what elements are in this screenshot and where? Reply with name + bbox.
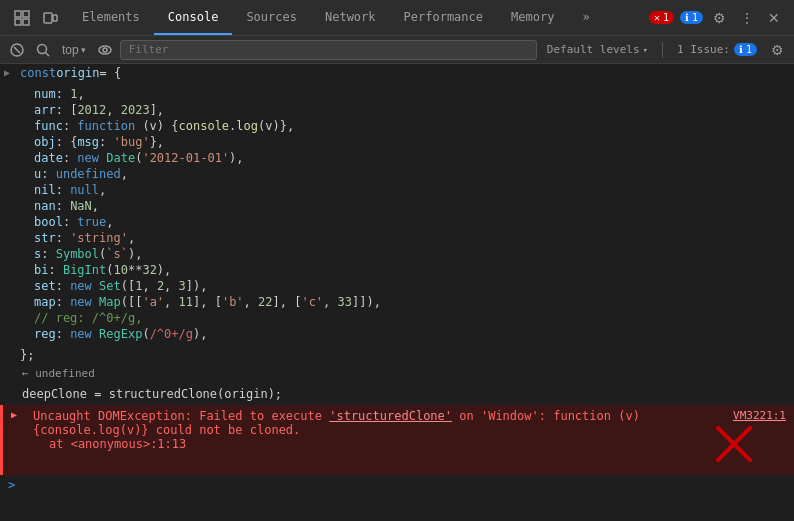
code-line-nan: nan: NaN, [20,198,794,214]
console-toolbar: top ▾ Default levels ▾ 1 Issue: ℹ 1 ⚙ [0,36,794,64]
error-at-line: at <anonymous>:1:13 [33,437,706,451]
tab-console[interactable]: Console [154,0,233,35]
devtools-window: Elements Console Sources Network Perform… [0,0,794,521]
tab-bar-right: ✕ 1 ℹ 1 ⚙ ⋮ ✕ [643,6,790,30]
issues-badge[interactable]: 1 Issue: ℹ 1 [671,41,763,58]
code-line-bi: bi: BigInt(10**32), [20,262,794,278]
more-icon[interactable]: ⋮ [736,6,758,30]
error-source-link[interactable]: VM3221:1 [733,409,786,422]
code-line-arr: arr: [2012, 2023], [20,102,794,118]
error-message: Uncaught DOMException: Failed to execute… [33,409,786,451]
svg-line-7 [14,47,20,53]
error-expand-arrow[interactable]: ▶ [11,409,17,420]
svg-point-10 [99,46,111,54]
svg-point-8 [38,44,47,53]
code-line-bool: bool: true, [20,214,794,230]
undefined-result: ← undefined [0,364,794,383]
tab-bar-icons [4,6,68,30]
console-settings-icon[interactable]: ⚙ [767,40,788,60]
svg-rect-2 [15,19,21,25]
device-icon[interactable] [38,6,62,30]
code-line-set: set: new Set([1, 2, 3]), [20,278,794,294]
svg-point-11 [103,48,107,52]
code-line-map: map: new Map([['a', 11], ['b', 22], ['c'… [20,294,794,310]
code-line-nil: nil: null, [20,182,794,198]
default-levels-dropdown[interactable]: Default levels ▾ [541,41,654,58]
clear-console-icon[interactable] [6,41,28,59]
code-line-close: }; [0,346,794,364]
code-line-u: u: undefined, [20,166,794,182]
tab-performance[interactable]: Performance [390,0,497,35]
top-context-selector[interactable]: top ▾ [58,41,90,59]
code-line-reg: reg: new RegExp(/^0+/g), [20,326,794,342]
expand-arrow[interactable]: ▶ [4,65,10,81]
tab-network[interactable]: Network [311,0,390,35]
tab-more[interactable]: » [568,0,603,35]
svg-rect-3 [23,19,29,25]
console-output: ▶ const origin = { num: 1, arr: [2012, 2… [0,64,794,521]
tab-list: Elements Console Sources Network Perform… [68,0,643,35]
console-line-object-start: ▶ const origin = { [0,64,794,82]
close-icon[interactable]: ✕ [764,6,784,30]
svg-rect-0 [15,11,21,17]
code-line-num: num: 1, [20,86,794,102]
tab-elements[interactable]: Elements [68,0,154,35]
info-badge[interactable]: ℹ 1 [680,11,703,24]
tab-sources[interactable]: Sources [232,0,311,35]
error-x-mark [714,424,754,467]
error-badge[interactable]: ✕ 1 [649,11,674,24]
filter-input[interactable] [120,40,537,60]
svg-rect-5 [53,15,57,21]
code-line-func: func: function (v) {console.log(v)}, [20,118,794,134]
svg-rect-1 [23,11,29,17]
code-line-str: str: 'string', [20,230,794,246]
deep-clone-line: deepClone = structuredClone(origin); [0,383,794,405]
eye-icon[interactable] [94,43,116,57]
code-line-comment: // reg: /^0+/g, [20,310,794,326]
toolbar-separator [662,42,663,58]
code-line-obj: obj: {msg: 'bug'}, [20,134,794,150]
error-block: ▶ Uncaught DOMException: Failed to execu… [0,405,794,475]
filter-icon[interactable] [32,41,54,59]
tab-memory[interactable]: Memory [497,0,568,35]
code-line-date: date: new Date('2012-01-01'), [20,150,794,166]
console-prompt: > [0,475,794,495]
inspect-icon[interactable] [10,6,34,30]
svg-line-9 [46,52,50,56]
code-block: num: 1, arr: [2012, 2023], func: functio… [0,82,794,346]
tab-bar: Elements Console Sources Network Perform… [0,0,794,36]
svg-rect-4 [44,13,52,23]
settings-icon[interactable]: ⚙ [709,6,730,30]
code-line-s: s: Symbol(`s`), [20,246,794,262]
